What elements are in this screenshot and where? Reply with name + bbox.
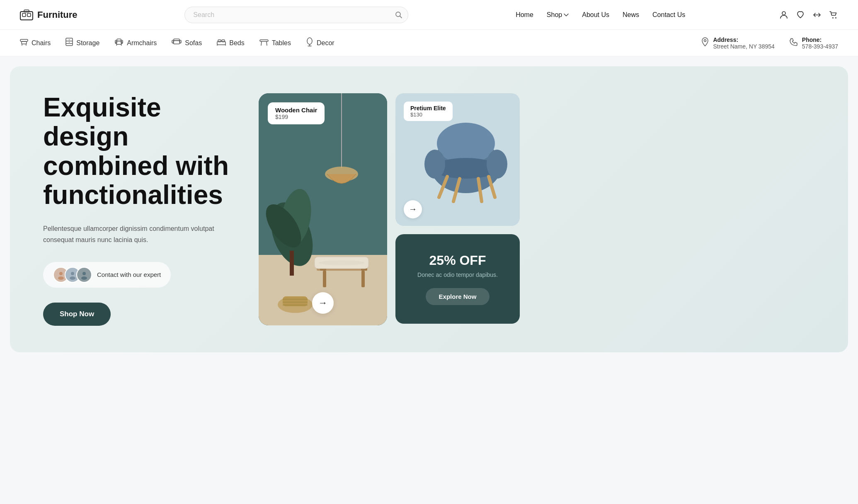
address-value: Street Name, NY 38954	[713, 43, 774, 50]
explore-now-button[interactable]: Explore Now	[426, 288, 490, 305]
logo-text: Furniture	[37, 10, 78, 20]
nav-links: Home Shop About Us News Contact Us	[516, 11, 685, 19]
compare-button[interactable]	[812, 10, 822, 19]
main-product-arrow[interactable]: →	[312, 292, 334, 314]
phone-icon	[790, 38, 798, 48]
svg-rect-29	[218, 40, 221, 42]
hero-heading: Exquisite design combined with functiona…	[43, 93, 242, 210]
elite-product-price: $130	[410, 111, 446, 118]
location-icon	[701, 37, 709, 49]
beds-label: Beds	[229, 39, 244, 47]
logo[interactable]: Furniture	[20, 9, 78, 21]
wishlist-button[interactable]	[796, 10, 805, 19]
nav-link-shop[interactable]: Shop	[547, 11, 562, 19]
decor-icon	[306, 37, 313, 48]
address-label: Address:	[713, 36, 774, 43]
cart-button[interactable]	[829, 10, 838, 19]
nav-item-news[interactable]: News	[623, 11, 639, 19]
elite-arrow-icon: →	[409, 204, 417, 214]
contact-info: Address: Street Name, NY 38954 Phone: 57…	[701, 36, 838, 50]
svg-line-34	[261, 41, 262, 46]
svg-point-60	[319, 260, 364, 265]
subheader: Chairs Storage Armchairs Sofas Beds	[0, 30, 858, 56]
svg-point-40	[59, 272, 63, 275]
svg-line-22	[116, 44, 117, 46]
svg-point-41	[58, 276, 64, 280]
compare-icon	[812, 10, 822, 19]
tables-label: Tables	[272, 39, 291, 47]
chevron-down-icon	[564, 13, 569, 17]
storage-icon	[65, 38, 73, 48]
search-icon	[395, 11, 402, 19]
phone-info: Phone: 578-393-4937	[802, 36, 838, 50]
hero-right: Wooden Chair $199	[259, 93, 520, 325]
svg-rect-27	[174, 39, 179, 41]
nav-link-home[interactable]: Home	[516, 11, 533, 18]
svg-point-44	[82, 272, 86, 275]
side-cards: Pretium Elite $130	[395, 93, 520, 324]
svg-rect-9	[22, 41, 27, 44]
expert-contact[interactable]: Contact with our expert	[43, 262, 171, 288]
svg-point-8	[835, 17, 836, 18]
svg-line-5	[400, 16, 402, 18]
phone-label: Phone:	[802, 36, 838, 43]
shop-now-button[interactable]: Shop Now	[43, 303, 111, 326]
category-sofas[interactable]: Sofas	[172, 39, 202, 47]
svg-point-16	[69, 39, 70, 40]
category-decor[interactable]: Decor	[306, 37, 334, 48]
category-tables[interactable]: Tables	[259, 38, 291, 48]
svg-point-6	[782, 12, 785, 15]
cart-icon	[829, 10, 838, 19]
nav-link-news[interactable]: News	[623, 11, 639, 18]
category-armchairs[interactable]: Armchairs	[114, 38, 157, 48]
svg-rect-58	[361, 271, 365, 287]
search-input[interactable]	[184, 7, 408, 23]
nav-item-about[interactable]: About Us	[582, 11, 609, 19]
svg-point-7	[832, 17, 834, 18]
svg-rect-51	[290, 251, 294, 276]
category-beds[interactable]: Beds	[217, 38, 244, 48]
search-button[interactable]	[395, 11, 402, 19]
address-contact-item: Address: Street Name, NY 38954	[701, 36, 774, 50]
armchairs-label: Armchairs	[127, 39, 157, 47]
svg-rect-21	[117, 39, 121, 41]
nav-item-shop[interactable]: Shop	[547, 11, 569, 19]
chairs-label: Chairs	[32, 39, 51, 47]
sofas-icon	[172, 39, 182, 47]
svg-rect-30	[222, 40, 225, 42]
category-storage[interactable]: Storage	[65, 38, 99, 48]
logo-icon	[20, 9, 33, 21]
room-scene-illustration	[259, 93, 387, 325]
svg-point-43	[70, 276, 75, 280]
discount-card: 25% OFF Donec ac odio tempor dapibus. Ex…	[395, 234, 520, 324]
svg-rect-26	[179, 40, 181, 43]
storage-label: Storage	[76, 39, 99, 47]
main-product-tag: Wooden Chair $199	[268, 102, 325, 124]
svg-rect-3	[24, 10, 29, 12]
elite-product-card: Pretium Elite $130	[395, 93, 520, 226]
search-bar	[184, 7, 408, 23]
arrow-icon: →	[318, 298, 327, 308]
elite-product-arrow[interactable]: →	[404, 200, 422, 218]
header: Furniture Home Shop About Us	[0, 0, 858, 30]
expert-label: Contact with our expert	[97, 271, 161, 278]
nav-link-about[interactable]: About Us	[582, 11, 609, 18]
svg-rect-57	[323, 271, 326, 287]
nav-item-contact[interactable]: Contact Us	[652, 11, 685, 19]
svg-point-69	[424, 150, 445, 179]
hero-subtext: Pellentesque ullamcorper dignissim condi…	[43, 223, 242, 245]
nav-link-contact[interactable]: Contact Us	[652, 11, 685, 18]
elite-product-name: Pretium Elite	[410, 105, 446, 111]
sofas-label: Sofas	[185, 39, 202, 47]
svg-rect-1	[22, 13, 26, 17]
category-nav: Chairs Storage Armchairs Sofas Beds	[20, 37, 334, 48]
main-product-card: Wooden Chair $199	[259, 93, 387, 325]
svg-rect-24	[173, 41, 180, 44]
hero-left: Exquisite design combined with functiona…	[43, 93, 242, 326]
address-info: Address: Street Name, NY 38954	[713, 36, 774, 50]
nav-item-home[interactable]: Home	[516, 11, 533, 19]
main-product-name: Wooden Chair	[275, 107, 317, 114]
account-button[interactable]	[779, 10, 788, 19]
svg-line-35	[267, 41, 267, 46]
category-chairs[interactable]: Chairs	[20, 38, 51, 48]
